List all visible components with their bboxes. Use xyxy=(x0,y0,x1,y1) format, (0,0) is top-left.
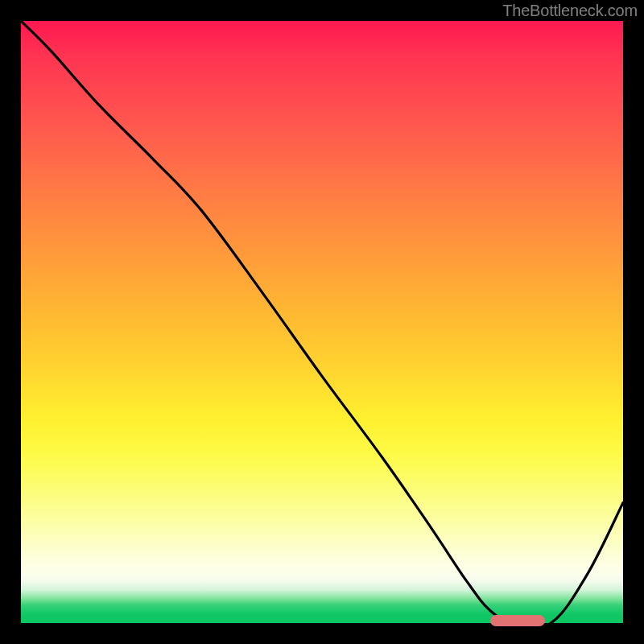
optimal-range-marker xyxy=(490,615,544,626)
chart-plot-area xyxy=(21,21,623,623)
watermark-text: TheBottleneck.com xyxy=(502,2,638,20)
chart-svg xyxy=(21,21,623,623)
bottleneck-curve xyxy=(21,21,623,623)
